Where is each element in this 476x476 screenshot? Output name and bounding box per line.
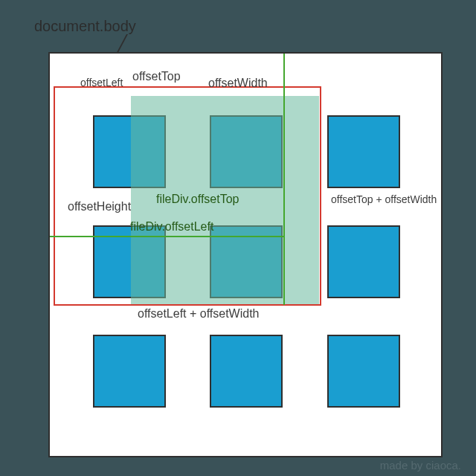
tile <box>327 335 400 408</box>
tile <box>327 115 400 188</box>
label-offsetleft-plus-offsetwidth: offsetLeft + offsetWidth <box>138 307 260 321</box>
label-filediv-offsetleft: fileDiv.offsetLeft <box>130 220 213 234</box>
label-offsettop-plus-offsetwidth: offsetTop + offsetWidth <box>331 193 437 205</box>
tile <box>210 335 283 408</box>
diagram-stage: document.body offsetLeft offsetTop offse… <box>0 0 476 476</box>
tile <box>210 115 283 188</box>
label-offsetwidth: offsetWidth <box>208 77 268 90</box>
label-offsetheight: offsetHeight <box>68 200 131 213</box>
credit-text: made by ciaoca. <box>380 459 461 472</box>
tile <box>327 225 400 298</box>
tile <box>210 225 283 298</box>
tile <box>93 335 166 408</box>
label-offsettop: offsetTop <box>132 70 181 83</box>
tile <box>93 225 166 298</box>
label-offsetleft: offsetLeft <box>80 77 123 89</box>
tile <box>93 115 166 188</box>
document-body-label: document.body <box>34 18 136 35</box>
label-filediv-offsettop: fileDiv.offsetTop <box>156 193 239 206</box>
tile-grid <box>48 52 443 457</box>
